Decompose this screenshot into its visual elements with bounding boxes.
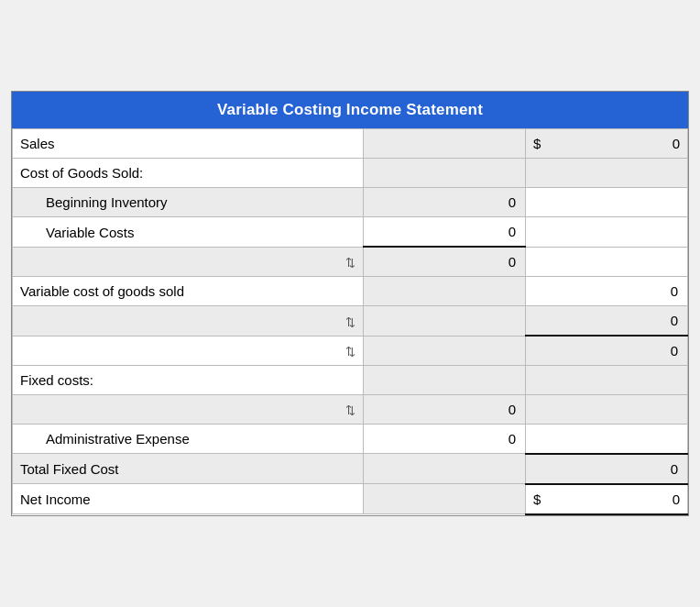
admin-expense-right (526, 425, 688, 454)
total-fixed-cost-label: Total Fixed Cost (13, 454, 364, 484)
admin-expense-mid[interactable]: 0 (364, 425, 526, 454)
spinner-2-label[interactable]: ⇅ (13, 306, 364, 337)
table-title: Variable Costing Income Statement (12, 92, 688, 128)
fixed-costs-right (526, 366, 688, 395)
fixed-costs-header-row: Fixed costs: (13, 366, 688, 395)
spinner-4-right (526, 395, 688, 425)
spinner-4-mid[interactable]: 0 (364, 395, 526, 425)
variable-cogs-label: Variable cost of goods sold (13, 277, 364, 306)
net-income-label: Net Income (13, 484, 364, 514)
spinner-2-right[interactable]: 0 (526, 306, 688, 337)
spinner-3-icon[interactable]: ⇅ (345, 345, 355, 359)
variable-cogs-mid (364, 277, 526, 306)
spinner-row-2: ⇅ 0 (13, 306, 688, 337)
spinner-1-mid[interactable]: 0 (364, 247, 526, 277)
spinner-row-4: ⇅ 0 (13, 395, 688, 425)
income-statement-table: Variable Costing Income Statement Sales … (11, 91, 689, 516)
net-income-value: 0 (673, 491, 680, 507)
spinner-4-label[interactable]: ⇅ (13, 395, 364, 425)
fixed-costs-mid (364, 366, 526, 395)
sales-value: 0 (673, 136, 680, 151)
sales-dollar: $ (533, 136, 541, 151)
total-fixed-cost-mid (364, 454, 526, 484)
spinner-2-mid (364, 306, 526, 337)
fixed-costs-label: Fixed costs: (13, 366, 364, 395)
cogs-header-row: Cost of Goods Sold: (13, 159, 688, 188)
variable-costs-mid[interactable]: 0 (364, 217, 526, 248)
spinner-4-icon[interactable]: ⇅ (345, 403, 355, 417)
net-income-mid (364, 484, 526, 514)
spinner-3-mid (364, 336, 526, 366)
beginning-inventory-right (526, 188, 688, 217)
variable-costs-row: Variable Costs 0 (13, 217, 688, 248)
spinner-1-label[interactable]: ⇅ (13, 247, 364, 277)
sales-label: Sales (13, 129, 364, 159)
variable-cogs-right[interactable]: 0 (526, 277, 688, 306)
variable-costs-right (526, 217, 688, 248)
cogs-label: Cost of Goods Sold: (13, 159, 364, 188)
admin-expense-row: Administrative Expense 0 (13, 425, 688, 454)
spinner-2-icon[interactable]: ⇅ (345, 315, 355, 329)
total-fixed-cost-right[interactable]: 0 (526, 454, 688, 484)
sales-mid (364, 129, 526, 159)
spinner-row-1: ⇅ 0 (13, 247, 688, 277)
total-fixed-cost-row: Total Fixed Cost 0 (13, 454, 688, 484)
beginning-inventory-label: Beginning Inventory (13, 188, 364, 217)
net-income-row: Net Income $ 0 (13, 484, 688, 514)
spinner-row-3: ⇅ 0 (13, 336, 688, 366)
variable-cogs-row: Variable cost of goods sold 0 (13, 277, 688, 306)
beginning-inventory-mid[interactable]: 0 (364, 188, 526, 217)
net-income-dollar: $ (533, 491, 541, 507)
beginning-inventory-row: Beginning Inventory 0 (13, 188, 688, 217)
variable-costs-label: Variable Costs (13, 217, 364, 248)
spinner-3-label[interactable]: ⇅ (13, 336, 364, 366)
cogs-mid (364, 159, 526, 188)
sales-right: $ 0 (526, 129, 688, 159)
sales-row: Sales $ 0 (13, 129, 688, 159)
spinner-1-icon[interactable]: ⇅ (345, 256, 355, 270)
cogs-right (526, 159, 688, 188)
spinner-1-right (526, 247, 688, 277)
admin-expense-label: Administrative Expense (13, 425, 364, 454)
spinner-3-right[interactable]: 0 (526, 336, 688, 366)
net-income-right: $ 0 (526, 484, 688, 514)
